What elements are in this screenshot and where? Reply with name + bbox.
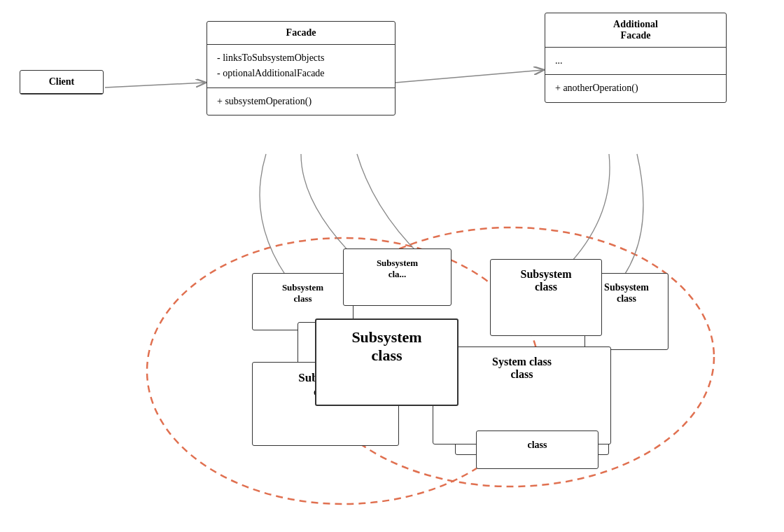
subsystem-box-3: Subsystemclass: [490, 259, 602, 336]
facade-methods: + subsystemOperation(): [207, 88, 395, 115]
additional-facade-method-1: + anotherOperation(): [555, 80, 716, 96]
diagram-container: Client Facade - linksToSubsystemObjects …: [0, 0, 784, 532]
facade-attributes: - linksToSubsystemObjects - optionalAddi…: [207, 45, 395, 88]
additional-facade-box: Additional Facade ... + anotherOperation…: [545, 13, 727, 103]
subsystem-box-10: class: [476, 430, 598, 469]
facade-attr-1: - linksToSubsystemObjects: [217, 50, 385, 66]
subsystem-box-5: Subsystemclass: [315, 318, 458, 406]
subsystem-label-3: Subsystemclass: [521, 268, 572, 293]
subsystem-label-5: Subsystemclass: [351, 328, 421, 364]
client-label: Client: [20, 71, 103, 94]
facade-header: Facade: [207, 22, 395, 45]
svg-line-3: [105, 83, 205, 88]
additional-facade-header: Additional Facade: [545, 13, 726, 48]
additional-facade-methods: + anotherOperation(): [545, 75, 726, 102]
subsystem-box-2: Subsystemcla...: [343, 248, 451, 306]
additional-facade-attributes: ...: [545, 48, 726, 75]
subsystem-label-2: Subsystemcla...: [377, 258, 418, 279]
subsystem-label-8: Subsystemclass: [604, 282, 649, 304]
subsystem-label-7: System classclass: [492, 356, 552, 380]
subsystem-box-7: System classclass: [433, 346, 611, 444]
facade-box: Facade - linksToSubsystemObjects - optio…: [206, 21, 396, 115]
svg-line-4: [396, 70, 543, 83]
subsystem-label-10: class: [528, 440, 547, 450]
additional-facade-attr-1: ...: [555, 53, 716, 69]
facade-method-1: + subsystemOperation(): [217, 94, 385, 109]
client-box: Client: [20, 70, 104, 94]
subsystem-label-1: Subsystemclass: [282, 282, 323, 304]
facade-attr-2: - optionalAdditionalFacade: [217, 66, 385, 81]
